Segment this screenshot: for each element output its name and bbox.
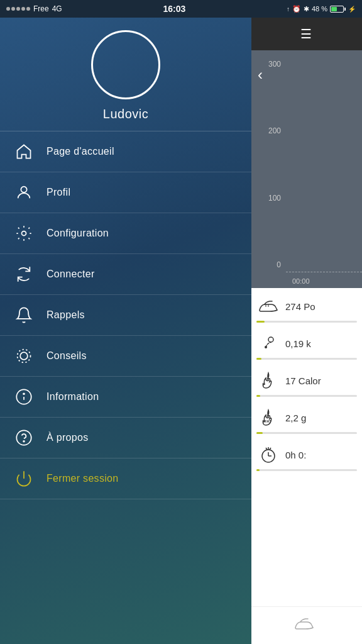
sidebar-item-connect[interactable]: Connecter: [0, 254, 251, 295]
info-icon: [13, 386, 35, 408]
bottom-shoe-icon: [294, 616, 319, 635]
stat-bar-steps: [251, 318, 362, 325]
power-icon: [13, 467, 35, 490]
chart-content: ‹ 300 200 100 0 00:00: [251, 50, 362, 288]
carrier-label: Free: [33, 4, 49, 13]
signal-dots: [6, 7, 30, 11]
time-label: 16:03: [163, 4, 185, 14]
network-label: 4G: [52, 4, 62, 13]
stat-item-fat: FAT 2,2 g: [251, 399, 362, 430]
svg-text:FAT: FAT: [265, 419, 272, 423]
signal-dot-3: [16, 7, 20, 11]
stat-bar-time: [251, 467, 362, 474]
chart-zero-line: [286, 272, 362, 272]
help-icon: [13, 426, 35, 449]
stat-bar-fat: [251, 430, 362, 436]
gear-icon: [13, 222, 35, 245]
stat-value-fat: 2,2 g: [285, 413, 357, 423]
sidebar-item-tips[interactable]: Conseils: [0, 336, 251, 377]
svg-point-3: [18, 350, 31, 363]
refresh-icon: [13, 263, 35, 286]
y-label-100: 100: [261, 194, 281, 203]
sidebar-item-logout[interactable]: Fermer session: [0, 458, 251, 499]
alarm-icon: ⏰: [292, 5, 301, 13]
signal-dot-1: [6, 7, 10, 11]
chart-area: ☰ ‹ 300 200 100 0 00:00: [251, 18, 362, 288]
svg-point-0: [21, 187, 26, 192]
fat-icon: FAT: [256, 406, 280, 430]
stat-item-steps: 274 Po: [251, 288, 362, 318]
sidebar-item-config[interactable]: Configuration: [0, 213, 251, 254]
bottom-shoe-area: [251, 606, 362, 644]
stat-value-calories: 17 Calor: [285, 375, 357, 386]
flame-icon: [256, 369, 280, 392]
svg-line-18: [270, 448, 271, 450]
profile-area: Ludovic: [0, 18, 251, 131]
charging-icon: ⚡: [348, 6, 356, 13]
svg-point-12: [268, 337, 273, 342]
svg-point-1: [22, 231, 26, 236]
sidebar-item-label-reminders: Rappels: [47, 309, 85, 321]
sidebar: Ludovic Page d'accueil Profil: [0, 18, 251, 644]
stat-item-calories: 17 Calor: [251, 362, 362, 392]
sidebar-item-label-config: Configuration: [47, 228, 109, 239]
back-button[interactable]: ‹: [255, 63, 266, 87]
chart-x-label: 00:00: [292, 277, 310, 285]
stat-value-time: 0h 0:: [285, 450, 357, 460]
sidebar-item-label-logout: Fermer session: [47, 473, 118, 484]
avatar: [91, 30, 160, 99]
signal-dot-4: [21, 7, 25, 11]
stat-item-distance: 0,19 k: [251, 325, 362, 355]
home-icon: [13, 140, 35, 163]
user-name: Ludovic: [103, 107, 148, 121]
battery-percent: 48 %: [312, 5, 327, 13]
stat-value-distance: 0,19 k: [285, 338, 357, 349]
bell-icon: [13, 304, 35, 326]
sidebar-item-label-info: Information: [47, 391, 99, 402]
sidebar-item-reminders[interactable]: Rappels: [0, 295, 251, 336]
sidebar-item-profile[interactable]: Profil: [0, 172, 251, 213]
sidebar-item-about[interactable]: À propos: [0, 418, 251, 458]
map-pin-icon: [256, 331, 280, 355]
stat-bar-calories: [251, 392, 362, 399]
sidebar-item-home[interactable]: Page d'accueil: [0, 131, 251, 172]
bluetooth-icon: ✱: [304, 5, 309, 13]
stat-value-steps: 274 Po: [285, 301, 357, 312]
status-left: Free 4G: [6, 4, 62, 13]
sidebar-item-label-tips: Conseils: [47, 350, 87, 362]
y-label-0: 0: [261, 260, 281, 269]
lightbulb-icon: [13, 345, 35, 367]
svg-point-2: [20, 352, 28, 360]
svg-point-7: [16, 430, 31, 445]
sidebar-item-label-profile: Profil: [47, 187, 70, 198]
sidebar-item-label-connect: Connecter: [47, 269, 95, 280]
sidebar-item-info[interactable]: Information: [0, 377, 251, 418]
hamburger-icon[interactable]: ☰: [300, 26, 313, 42]
timer-icon: [256, 443, 280, 467]
person-icon: [13, 181, 35, 204]
stat-bar-distance: [251, 355, 362, 362]
stats-area: 274 Po 0,19 k: [251, 288, 362, 606]
status-bar: Free 4G 16:03 ↑ ⏰ ✱ 48 % ⚡: [0, 0, 362, 18]
svg-line-17: [266, 448, 267, 450]
svg-point-13: [265, 346, 267, 348]
signal-dot-5: [26, 7, 30, 11]
arrow-up-icon: ↑: [287, 6, 290, 13]
battery-icon: [330, 6, 346, 13]
main-area: Ludovic Page d'accueil Profil: [0, 18, 362, 644]
menu-list: Page d'accueil Profil Configuration: [0, 131, 251, 644]
shoe-icon: [256, 294, 280, 318]
stat-item-time: 0h 0:: [251, 436, 362, 467]
signal-dot-2: [11, 7, 15, 11]
y-label-200: 200: [261, 126, 281, 135]
right-panel: ☰ ‹ 300 200 100 0 00:00: [251, 18, 362, 644]
chart-header: ☰: [251, 18, 362, 50]
status-right: ↑ ⏰ ✱ 48 % ⚡: [287, 5, 356, 13]
sidebar-item-label-home: Page d'accueil: [47, 146, 114, 157]
sidebar-item-label-about: À propos: [47, 432, 88, 443]
chart-plot: 00:00: [286, 50, 362, 288]
